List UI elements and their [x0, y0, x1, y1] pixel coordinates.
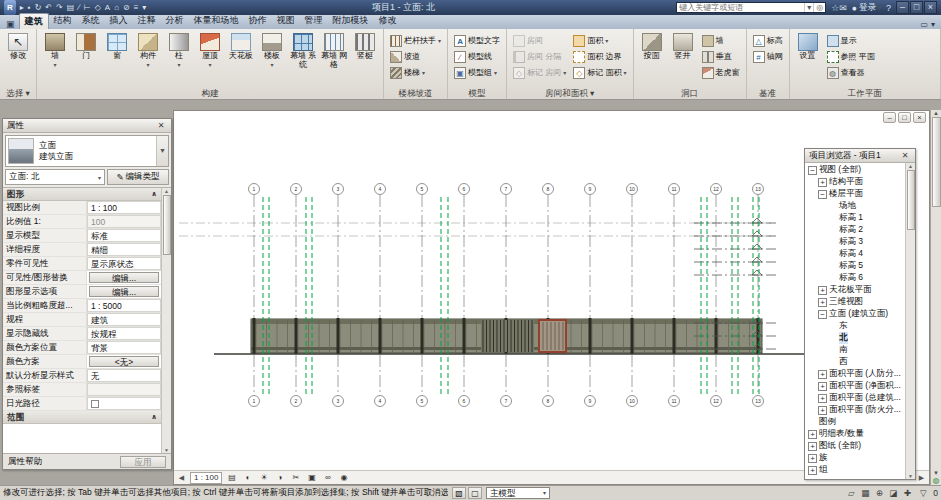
tree-item-视图 (全部)[interactable]: −视图 (全部)	[805, 164, 905, 176]
type-selector[interactable]: 立面 建筑立面 ▼	[5, 135, 169, 167]
tool-wall-button[interactable]: 墙▾	[40, 30, 70, 87]
ribbon-minimize-icon[interactable]: ▭	[920, 20, 928, 29]
tree-item-标高 4[interactable]: 标高 4	[805, 248, 905, 260]
tree-item-明细表/数量[interactable]: +明细表/数量	[805, 428, 905, 440]
tab-建筑[interactable]: 建筑	[19, 13, 49, 29]
property-value[interactable]: 编辑...	[89, 272, 159, 283]
property-value[interactable]: 背景	[87, 341, 161, 354]
checkbox[interactable]	[91, 400, 99, 408]
expand-icon[interactable]: +	[818, 406, 827, 415]
tree-item-面积平面 (防火分...[interactable]: +面积平面 (防火分...	[805, 404, 905, 416]
collapse-icon[interactable]: −	[818, 310, 827, 319]
browser-scrollbar-thumb[interactable]	[907, 170, 915, 230]
section-collapse-icon[interactable]: ∧	[151, 188, 157, 200]
tree-item-面积平面 (净面积...[interactable]: +面积平面 (净面积...	[805, 380, 905, 392]
tab-结构[interactable]: 结构	[49, 13, 77, 29]
reveal-hidden-elements-icon[interactable]: ◉	[337, 473, 350, 482]
app-menu-icon[interactable]: R	[4, 0, 16, 15]
expand-icon[interactable]: +	[818, 298, 827, 307]
property-value[interactable]: 建筑	[87, 313, 161, 326]
scrollbar-thumb[interactable]	[932, 117, 941, 207]
tool-area-button[interactable]: 面积▾	[570, 33, 629, 48]
tool-model-line-button[interactable]: ∕模型线	[451, 49, 503, 64]
expand-icon[interactable]: +	[808, 466, 817, 475]
tool-grid-button[interactable]: #轴网	[750, 49, 786, 64]
select-pinned-icon[interactable]: ⊕	[873, 488, 885, 498]
project-browser-close-icon[interactable]: ✕	[899, 151, 911, 160]
tree-item-标高 1[interactable]: 标高 1	[805, 212, 905, 224]
sun-path-icon[interactable]: ☀	[257, 473, 270, 482]
tool-opening-wall-button[interactable]: 墙	[699, 33, 743, 48]
edit-type-button[interactable]: ✎ 编辑类型	[107, 169, 169, 185]
prop-scrollbar-thumb[interactable]	[163, 195, 171, 255]
tree-item-标高 6[interactable]: 标高 6	[805, 272, 905, 284]
tree-item-面积平面 (人防分...[interactable]: +面积平面 (人防分...	[805, 368, 905, 380]
tool-ceiling-button[interactable]: 天花板	[226, 30, 256, 87]
tool-component-button[interactable]: 构件▾	[133, 30, 163, 87]
tool-viewer-button[interactable]: ◍查看器	[824, 65, 878, 80]
tool-door-button[interactable]: 门	[71, 30, 101, 87]
panel-label-构建[interactable]: 构建	[40, 87, 380, 99]
view-scale-button[interactable]: 1 : 100	[190, 472, 222, 484]
tool-dormer-button[interactable]: 老虎窗	[699, 65, 743, 80]
tree-item-图例[interactable]: 图例	[805, 416, 905, 428]
tool-modify-button[interactable]: ↖修改	[3, 30, 33, 87]
tree-item-标高 3[interactable]: 标高 3	[805, 236, 905, 248]
collapse-icon[interactable]: −	[808, 166, 817, 175]
tool-window-button[interactable]: 窗	[102, 30, 132, 87]
expand-icon[interactable]: +	[818, 370, 827, 379]
help-button[interactable]: ?	[886, 3, 891, 13]
property-value[interactable]: 精细	[87, 243, 161, 256]
navigation-wheel-icon[interactable]: ◍	[933, 476, 940, 485]
drag-on-selection-icon[interactable]: ✚	[901, 488, 913, 498]
tool-workplane-set-button[interactable]: 设置	[793, 30, 823, 87]
tool-ramp-button[interactable]: 坡道	[387, 49, 444, 64]
tool-curtain-grid-button[interactable]: 幕墙 网格	[319, 30, 349, 87]
tool-model-text-button[interactable]: A模型文字	[451, 33, 503, 48]
expand-icon[interactable]: +	[818, 394, 827, 403]
tree-item-立面 (建筑立面)[interactable]: −立面 (建筑立面)	[805, 308, 905, 320]
expand-icon[interactable]: +	[818, 178, 827, 187]
properties-help-link[interactable]: 属性帮助	[8, 456, 42, 468]
search-caret-icon[interactable]: ▾	[804, 3, 813, 12]
prop-scroll-up-icon[interactable]: ▲	[164, 188, 169, 194]
tool-floor-button[interactable]: 楼板▾	[257, 30, 287, 87]
property-value[interactable]: 显示原状态	[87, 257, 161, 270]
tool-area-boundary-button[interactable]: 面积 边界	[570, 49, 629, 64]
property-value[interactable]	[87, 397, 161, 410]
tool-opening-vertical-button[interactable]: 垂直	[699, 49, 743, 64]
section-图形[interactable]: 图形∧	[3, 188, 161, 201]
close-button[interactable]: ×	[924, 1, 937, 14]
tool-roof-button[interactable]: 屋顶▾	[195, 30, 225, 87]
tool-level-button[interactable]: △标高	[750, 33, 786, 48]
property-value[interactable]: 编辑...	[89, 286, 159, 297]
property-value[interactable]: 标准	[87, 229, 161, 242]
tab-体量和场地[interactable]: 体量和场地	[189, 13, 244, 29]
section-范围[interactable]: 范围∧	[3, 411, 161, 424]
tab-插入[interactable]: 插入	[105, 13, 133, 29]
browser-scroll-up-icon[interactable]: ▲	[908, 163, 913, 169]
tree-item-标高 5[interactable]: 标高 5	[805, 260, 905, 272]
panel-label-楼梯坡道[interactable]: 楼梯坡道	[387, 87, 444, 99]
tree-item-族[interactable]: +族	[805, 452, 905, 464]
tree-item-三维视图[interactable]: +三维视图	[805, 296, 905, 308]
expand-icon[interactable]: +	[818, 382, 827, 391]
tool-model-group-button[interactable]: ▣模型组▾	[451, 65, 503, 80]
search-icon[interactable]: ◎	[813, 3, 825, 12]
tool-mullion-button[interactable]: 竖梃	[350, 30, 380, 87]
crop-view-icon[interactable]: ✂	[289, 473, 302, 482]
tab-注释[interactable]: 注释	[133, 13, 161, 29]
signin-button[interactable]: ● 登录 ▾	[852, 2, 881, 14]
shadows-icon[interactable]: ◑	[273, 473, 286, 482]
tab-管理[interactable]: 管理	[300, 13, 328, 29]
view-restore-button[interactable]: □	[898, 112, 911, 123]
tree-item-图纸 (全部)[interactable]: +图纸 (全部)	[805, 440, 905, 452]
browser-scrollbar[interactable]: ▲ ▼	[905, 163, 915, 479]
panel-label-工作平面[interactable]: 工作平面	[793, 87, 937, 99]
tool-railing-button[interactable]: 栏杆扶手▾	[387, 33, 444, 48]
tree-item-东[interactable]: 东	[805, 320, 905, 332]
panel-label-选择[interactable]: 选择 ▾	[3, 87, 33, 99]
tab-附加模块[interactable]: 附加模块	[328, 13, 374, 29]
detail-level-icon[interactable]: ▤	[225, 473, 238, 482]
select-underlay-icon[interactable]: ▦	[859, 488, 871, 498]
